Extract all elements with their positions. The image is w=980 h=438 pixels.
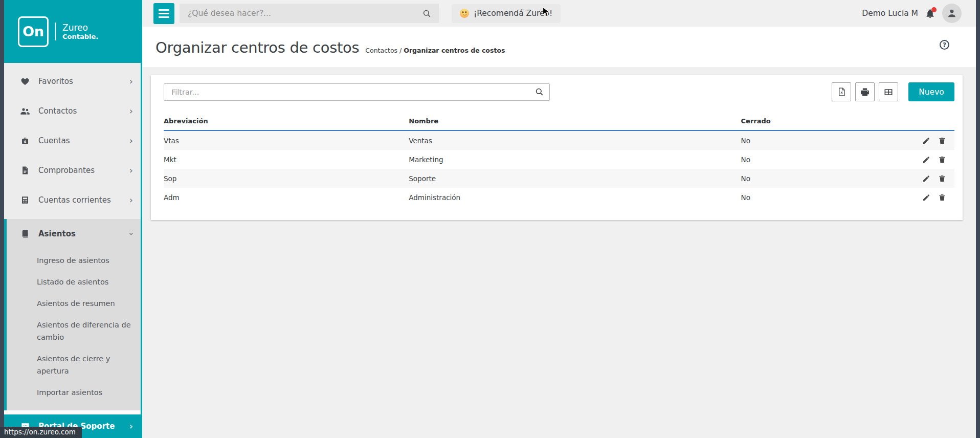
- pencil-icon: [922, 137, 930, 145]
- user-name[interactable]: Demo Lucia M: [862, 9, 918, 18]
- pencil-icon: [922, 174, 930, 183]
- sidebar-subitem-asientos-de-cierre-y-apertura[interactable]: Asientos de cierre y apertura: [7, 348, 142, 382]
- brand-logo[interactable]: On Zureo Contable.: [4, 0, 142, 63]
- pencil-icon: [922, 193, 930, 202]
- pencil-icon: [922, 156, 930, 164]
- delete-row-button[interactable]: [938, 137, 946, 145]
- table-row: Sop Soporte No: [164, 169, 954, 188]
- edit-row-button[interactable]: [922, 156, 930, 164]
- cost-centers-table: Abreviación Nombre Cerrado Vtas Ventas N…: [164, 113, 954, 207]
- column-settings-button[interactable]: [879, 82, 898, 101]
- cell-nombre: Ventas: [409, 130, 741, 150]
- global-search: [180, 4, 439, 23]
- print-icon: [860, 87, 870, 97]
- recommend-zureo-button[interactable]: ¡Recomendá Zureo!: [452, 4, 561, 23]
- chevron-right-icon: [129, 136, 133, 145]
- user-icon: [946, 8, 957, 19]
- sidebar-subitem-asientos-de-resumen[interactable]: Asientos de resumen: [7, 293, 142, 314]
- sidebar-active-section: Asientos Ingreso de asientos Listado de …: [4, 219, 142, 410]
- sidebar-item-asientos[interactable]: Asientos: [7, 219, 142, 249]
- search-icon: [422, 9, 432, 18]
- delete-row-button[interactable]: [938, 156, 946, 164]
- left-edge: [0, 0, 4, 438]
- new-button[interactable]: Nuevo: [908, 82, 954, 101]
- sidebar-spacer: [4, 410, 142, 414]
- sidebar-item-label: Favoritos: [38, 77, 129, 86]
- excel-export-icon: x: [837, 87, 847, 97]
- sidebar-item-cuentas[interactable]: $ Cuentas: [4, 126, 142, 156]
- app-root: On Zureo Contable. Favoritos Contactos: [0, 0, 980, 438]
- filter-input[interactable]: [170, 87, 534, 97]
- cell-abreviacion: Sop: [164, 169, 409, 188]
- cost-centers-card: x Nuevo Abrevi: [151, 75, 963, 220]
- breadcrumb-separator: /: [399, 47, 402, 54]
- user-cluster: Demo Lucia M: [862, 4, 976, 23]
- delete-row-button[interactable]: [938, 174, 946, 183]
- sidebar-subitem-asientos-de-diferencia-de-cambio[interactable]: Asientos de diferencia de cambio: [7, 314, 142, 348]
- edit-row-button[interactable]: [922, 193, 930, 202]
- document-icon: [19, 166, 31, 175]
- export-excel-button[interactable]: x: [832, 82, 851, 101]
- chevron-down-icon: [126, 232, 136, 235]
- notification-badge: [931, 7, 937, 12]
- column-header-nombre: Nombre: [409, 113, 741, 130]
- smiley-icon: [460, 9, 469, 18]
- sidebar-item-label: Comprobantes: [38, 166, 129, 175]
- column-header-actions: [883, 113, 954, 130]
- cell-cerrado: No: [741, 150, 883, 169]
- sidebar-subitem-ingreso-de-asientos[interactable]: Ingreso de asientos: [7, 250, 142, 271]
- edit-row-button[interactable]: [922, 137, 930, 145]
- brand-product: Contable.: [62, 33, 98, 40]
- topbar: ¡Recomendá Zureo! Demo Lucia M: [142, 0, 976, 27]
- svg-text:$: $: [24, 140, 27, 144]
- sidebar-subitem-importar-asientos[interactable]: Importar asientos: [7, 382, 142, 403]
- cell-abreviacion: Vtas: [164, 130, 409, 150]
- main-area: ¡Recomendá Zureo! Demo Lucia M Organizar…: [142, 0, 976, 438]
- account-menu-button[interactable]: [942, 4, 962, 23]
- recommend-label: ¡Recomendá Zureo!: [474, 9, 552, 18]
- sidebar-item-label: Contactos: [38, 106, 129, 116]
- print-button[interactable]: [855, 82, 875, 101]
- edit-row-button[interactable]: [922, 174, 930, 183]
- delete-row-button[interactable]: [938, 193, 946, 202]
- chevron-right-icon: [129, 77, 133, 86]
- sidebar-item-contactos[interactable]: Contactos: [4, 96, 142, 126]
- calculator-icon: [19, 195, 31, 205]
- notifications-button[interactable]: [925, 8, 936, 19]
- cell-cerrado: No: [741, 130, 883, 150]
- sidebar-item-cuentas-corrientes[interactable]: Cuentas corrientes: [4, 185, 142, 215]
- trash-icon: [938, 193, 946, 202]
- sidebar-item-favoritos[interactable]: Favoritos: [4, 67, 142, 96]
- sidebar-menu: Favoritos Contactos $ Cuentas: [4, 63, 142, 219]
- sidebar-subitem-listado-de-asientos[interactable]: Listado de asientos: [7, 271, 142, 293]
- page-header: Organizar centros de costos Contactos/Or…: [142, 27, 976, 67]
- cell-abreviacion: Mkt: [164, 150, 409, 169]
- breadcrumb-parent[interactable]: Contactos: [365, 47, 397, 54]
- filter-box: [164, 83, 550, 101]
- trash-icon: [938, 156, 946, 164]
- breadcrumb: Contactos/Organizar centros de costos: [365, 47, 505, 54]
- help-icon[interactable]: [940, 40, 949, 50]
- content-area: x Nuevo Abrevi: [142, 67, 976, 220]
- cell-nombre: Marketing: [409, 150, 741, 169]
- svg-text:x: x: [840, 90, 843, 95]
- card-toolbar: x Nuevo: [164, 82, 954, 101]
- brand-name: Zureo: [62, 23, 98, 33]
- chevron-right-icon: [129, 422, 133, 431]
- sidebar-scrollbar[interactable]: [141, 63, 142, 438]
- status-url-tooltip: https://on.zureo.com: [0, 427, 82, 438]
- cashbox-icon: $: [19, 136, 31, 145]
- menu-toggle-button[interactable]: [153, 3, 174, 24]
- cell-nombre: Soporte: [409, 169, 741, 188]
- sidebar-item-label: Cuentas corrientes: [38, 195, 129, 205]
- chevron-right-icon: [129, 195, 133, 205]
- global-search-input[interactable]: [187, 8, 422, 18]
- trash-icon: [938, 137, 946, 145]
- sidebar-item-comprobantes[interactable]: Comprobantes: [4, 156, 142, 185]
- menu-icon: [159, 9, 169, 11]
- on-logo-icon: On: [18, 16, 49, 47]
- sidebar-item-label: Asientos: [38, 229, 129, 238]
- users-icon: [19, 106, 31, 117]
- chevron-right-icon: [129, 166, 133, 175]
- logo-text: On: [23, 24, 44, 39]
